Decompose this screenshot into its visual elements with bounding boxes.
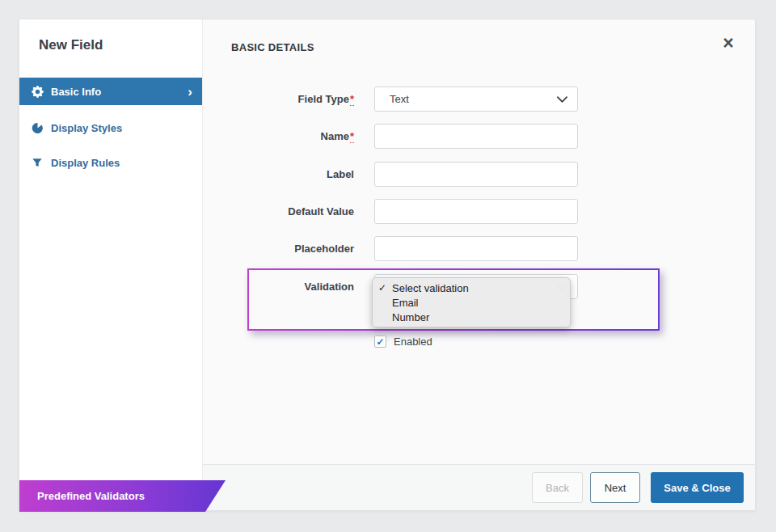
default-value-field[interactable] xyxy=(374,199,578,224)
chevron-down-icon xyxy=(557,96,567,103)
back-button[interactable]: Back xyxy=(532,472,583,503)
ribbon-label: Predefined Validators xyxy=(37,490,145,502)
placeholder-label: Placeholder xyxy=(233,243,354,255)
section-title: BASIC DETAILS xyxy=(231,41,314,53)
default-value-label: Default Value xyxy=(233,205,354,217)
validation-dropdown-menu: ✓ Select validation Email Number xyxy=(372,277,571,327)
next-button[interactable]: Next xyxy=(590,472,640,503)
sidebar-item-label: Display Rules xyxy=(51,157,120,169)
modal-title: New Field xyxy=(39,37,103,53)
check-icon: ✓ xyxy=(378,282,392,293)
check-icon: ✓ xyxy=(376,337,384,347)
filter-icon xyxy=(31,156,44,169)
styles-icon xyxy=(31,121,44,134)
field-type-selected-value: Text xyxy=(390,93,409,105)
sidebar-item-label: Basic Info xyxy=(51,86,101,98)
chevron-right-icon: › xyxy=(188,85,192,99)
dropdown-option-label: Email xyxy=(392,297,419,309)
required-marker: * xyxy=(350,130,354,143)
enabled-checkbox[interactable]: ✓ xyxy=(374,336,386,348)
sidebar-item-display-rules[interactable]: Display Rules xyxy=(19,150,202,175)
label-label: Label xyxy=(233,168,354,180)
dropdown-option-label: Number xyxy=(392,311,429,323)
dropdown-option-email[interactable]: Email xyxy=(373,295,570,310)
dropdown-option-number[interactable]: Number xyxy=(373,310,570,324)
placeholder-field[interactable] xyxy=(374,236,578,261)
field-type-select[interactable]: Text xyxy=(374,87,578,112)
sidebar-item-label: Display Styles xyxy=(51,122,122,134)
gear-icon xyxy=(31,85,44,98)
new-field-modal: New Field Basic Info › Display Styles Di… xyxy=(19,19,756,511)
name-label: Name* xyxy=(233,130,354,142)
sidebar-item-display-styles[interactable]: Display Styles xyxy=(19,116,202,140)
dropdown-option-select-validation[interactable]: ✓ Select validation xyxy=(373,281,570,295)
required-marker: * xyxy=(350,93,354,106)
field-type-label: Field Type* xyxy=(233,93,354,105)
name-field[interactable] xyxy=(374,124,578,149)
sidebar: New Field Basic Info › Display Styles Di… xyxy=(19,19,203,510)
sidebar-nav: Basic Info › Display Styles Display Rule… xyxy=(19,78,202,175)
sidebar-item-basic-info[interactable]: Basic Info › xyxy=(19,78,202,105)
dropdown-option-label: Select validation xyxy=(392,282,469,294)
enabled-checkbox-row: ✓ Enabled xyxy=(374,336,432,348)
close-icon[interactable]: × xyxy=(716,31,740,55)
save-and-close-button[interactable]: Save & Close xyxy=(651,472,744,503)
enabled-checkbox-label: Enabled xyxy=(394,336,432,348)
main-panel: BASIC DETAILS × Field Type* Text Name* L… xyxy=(203,19,755,510)
label-field[interactable] xyxy=(374,162,578,187)
predefined-validators-ribbon[interactable]: Predefined Validators xyxy=(19,480,226,512)
modal-footer: Back Next Save & Close xyxy=(203,464,755,510)
validation-label: Validation xyxy=(233,281,354,293)
